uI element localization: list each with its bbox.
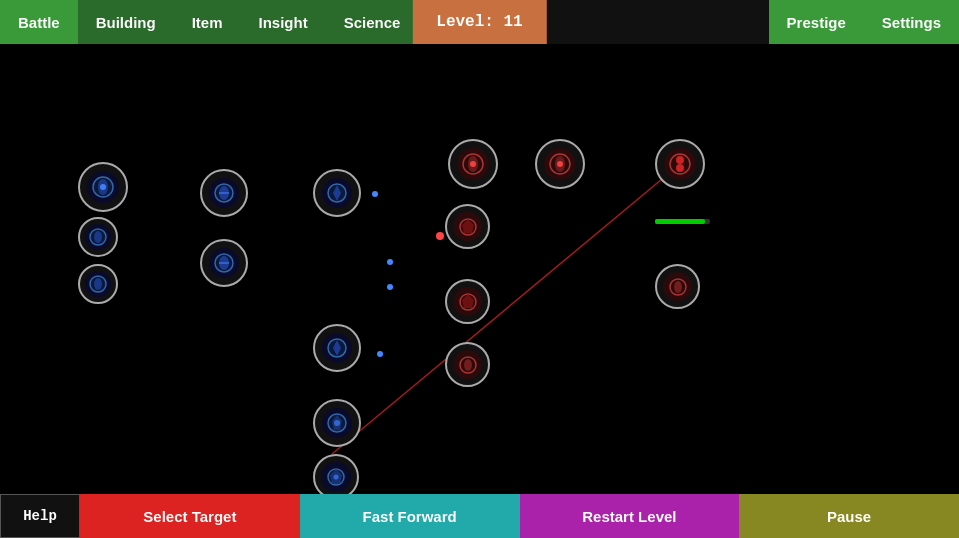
nav-item[interactable]: Item [174,0,241,44]
select-target-button[interactable]: Select Target [80,494,300,538]
bottom-bar: Help Select Target Fast Forward Restart … [0,494,959,538]
unit-r7[interactable] [655,264,700,309]
settings-button[interactable]: Settings [864,0,959,44]
unit-r3[interactable] [655,139,705,189]
svg-point-3 [387,284,393,290]
unit-r5[interactable] [445,279,490,324]
nav-battle[interactable]: Battle [0,0,78,44]
svg-rect-7 [655,219,705,224]
svg-point-40 [676,156,684,164]
battle-area [0,44,959,538]
svg-point-29 [334,420,340,426]
svg-point-47 [464,359,472,371]
unit-r4[interactable] [445,204,490,249]
help-button[interactable]: Help [0,494,80,538]
svg-rect-6 [655,219,710,224]
unit-b4[interactable] [200,169,248,217]
unit-r1[interactable] [448,139,498,189]
svg-point-16 [94,278,102,290]
pause-button[interactable]: Pause [739,494,959,538]
nav-insight[interactable]: Insight [241,0,326,44]
nav-science[interactable]: Science [326,0,419,44]
svg-point-4 [377,351,383,357]
svg-point-2 [387,259,393,265]
svg-point-35 [470,161,476,167]
svg-point-32 [333,474,338,479]
restart-level-button[interactable]: Restart Level [520,494,740,538]
svg-point-49 [674,281,682,293]
unit-b5[interactable] [200,239,248,287]
unit-b7[interactable] [313,324,361,372]
unit-b2[interactable] [78,217,118,257]
unit-b3[interactable] [78,264,118,304]
svg-point-38 [557,161,563,167]
svg-point-1 [372,191,378,197]
unit-b1[interactable] [78,162,128,212]
nav-building[interactable]: Building [78,0,174,44]
level-display: Level: 11 [412,0,546,44]
unit-b8[interactable] [313,399,361,447]
unit-r2[interactable] [535,139,585,189]
prestige-button[interactable]: Prestige [769,0,864,44]
svg-point-41 [676,164,684,172]
svg-point-5 [436,232,444,240]
svg-line-0 [332,164,680,454]
fast-forward-button[interactable]: Fast Forward [300,494,520,538]
unit-r6[interactable] [445,342,490,387]
svg-point-12 [100,184,106,190]
unit-b6[interactable] [313,169,361,217]
svg-point-14 [94,231,102,243]
